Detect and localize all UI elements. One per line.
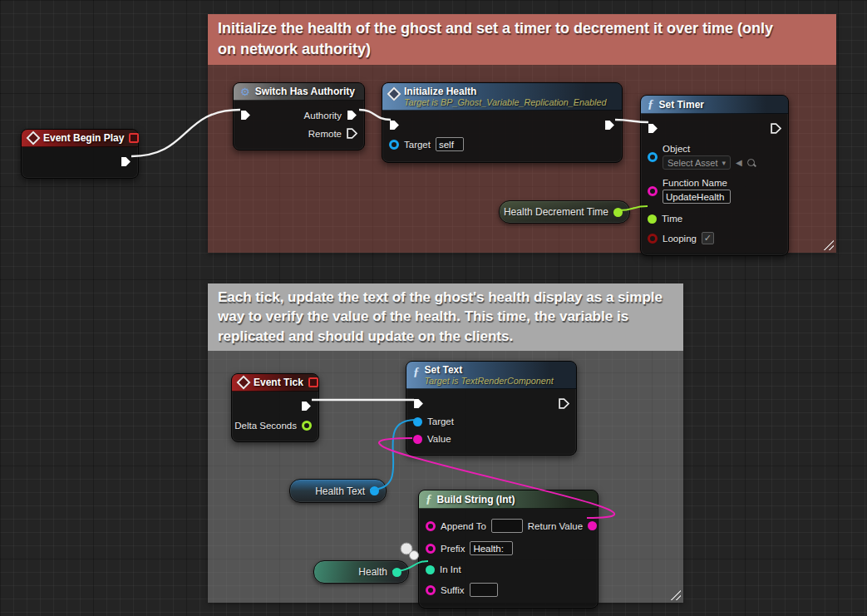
node-title: Set Timer: [659, 99, 704, 111]
node-subtitle: Target is TextRenderComponent: [425, 376, 554, 386]
use-selected-asset-icon[interactable]: ◀: [736, 159, 742, 167]
comment-title[interactable]: Initialize the health of the ghost and s…: [208, 14, 836, 65]
time-pin[interactable]: [648, 214, 657, 224]
pin-label: Value: [427, 434, 451, 444]
variable-health-text[interactable]: Health Text: [289, 479, 387, 503]
exec-in-pin[interactable]: [413, 398, 424, 409]
event-diamond-icon: [237, 376, 251, 390]
in-int-pin[interactable]: [426, 565, 435, 574]
function-icon: ƒ: [413, 366, 420, 378]
pin-label: Time: [662, 214, 682, 224]
function-name-field[interactable]: [663, 190, 731, 204]
float-out-pin[interactable]: [613, 208, 623, 217]
variable-health-decrement-time[interactable]: Health Decrement Time: [499, 200, 630, 224]
resize-handle-icon[interactable]: [820, 237, 834, 250]
suffix-pin[interactable]: [426, 585, 436, 595]
exec-in-pin[interactable]: [240, 110, 251, 121]
pin-label: Return Value: [528, 521, 583, 531]
delta-seconds-pin[interactable]: [302, 421, 312, 431]
comment-title[interactable]: Each tick, update the text of the ghost'…: [208, 283, 683, 351]
exec-out-remote-pin[interactable]: [347, 128, 357, 139]
pin-label: Append To: [441, 521, 486, 531]
pin-label: Object: [663, 144, 755, 154]
node-title: Set Text: [425, 364, 554, 376]
event-diamond-icon: [27, 131, 41, 145]
browse-asset-icon[interactable]: [747, 159, 755, 166]
suffix-field[interactable]: [470, 583, 498, 597]
chevron-down-icon: ▾: [722, 159, 727, 167]
function-name-pin[interactable]: [648, 186, 658, 196]
target-value-field[interactable]: [436, 137, 464, 151]
return-value-pin[interactable]: [588, 521, 597, 530]
exec-out-pin[interactable]: [771, 123, 781, 134]
exec-out-authority-pin[interactable]: [347, 110, 357, 121]
node-title: Event Begin Play: [43, 132, 124, 144]
function-icon: ƒ: [648, 98, 654, 111]
pin-label: Authority: [304, 111, 342, 121]
exec-out-pin[interactable]: [121, 156, 131, 167]
target-pin[interactable]: [413, 417, 422, 426]
gear-icon: ⚙: [240, 86, 250, 97]
exec-out-pin[interactable]: [604, 120, 615, 131]
exec-in-pin[interactable]: [389, 120, 400, 131]
object-out-pin[interactable]: [370, 486, 379, 495]
node-subtitle: Target is BP_Ghost_Variable_Replication_…: [404, 97, 607, 107]
node-title: Initialize Health: [404, 86, 607, 97]
variable-health[interactable]: Health: [313, 560, 409, 584]
node-title: Build String (Int): [437, 494, 515, 505]
pin-label: Remote: [308, 129, 342, 139]
value-pin[interactable]: [413, 435, 422, 444]
resize-handle-icon[interactable]: [667, 587, 681, 600]
pin-label: Target: [427, 416, 454, 426]
node-event-begin-play[interactable]: Event Begin Play: [21, 129, 139, 179]
pin-label: Looping: [663, 234, 697, 244]
looping-pin[interactable]: [648, 234, 658, 244]
prefix-field[interactable]: [470, 541, 513, 555]
target-object-pin[interactable]: [389, 140, 399, 150]
append-to-field[interactable]: [491, 519, 523, 533]
pin-label: In Int: [440, 564, 461, 574]
event-diamond-icon: [387, 87, 401, 101]
node-switch-has-authority[interactable]: ⚙ Switch Has Authority Authority Remote: [233, 82, 365, 150]
pin-label: Suffix: [441, 585, 465, 595]
pin-label: Delta Seconds: [234, 421, 297, 431]
exec-in-pin[interactable]: [648, 123, 658, 134]
node-event-tick[interactable]: Event Tick Delta Seconds: [231, 373, 319, 442]
node-initialize-health[interactable]: Initialize Health Target is BP_Ghost_Var…: [382, 82, 623, 163]
node-title: Event Tick: [254, 377, 303, 388]
select-asset-dropdown[interactable]: Select Asset ▾: [663, 155, 731, 170]
pin-label: Prefix: [441, 544, 465, 554]
event-badge-icon: [129, 133, 139, 143]
blueprint-graph[interactable]: Initialize the health of the ghost and s…: [0, 0, 867, 616]
event-badge-icon: [308, 377, 318, 387]
node-set-text[interactable]: ƒ Set Text Target is TextRenderComponent…: [406, 361, 577, 456]
looping-checkbox[interactable]: ✓: [702, 232, 714, 244]
object-pin[interactable]: [648, 152, 658, 162]
int-out-pin[interactable]: [392, 568, 401, 577]
node-build-string-int[interactable]: ƒ Build String (Int) Append To Return Va…: [418, 490, 599, 609]
exec-out-pin[interactable]: [559, 398, 569, 409]
exec-out-pin[interactable]: [301, 401, 312, 411]
function-icon: ƒ: [426, 493, 432, 505]
node-set-timer[interactable]: ƒ Set Timer Object Select Asset ▾: [640, 95, 789, 256]
node-title: Switch Has Authority: [255, 86, 355, 97]
append-to-pin[interactable]: [426, 521, 436, 531]
prefix-pin[interactable]: [426, 544, 436, 554]
pin-label: Function Name: [663, 178, 731, 188]
pin-label: Target: [404, 140, 431, 150]
